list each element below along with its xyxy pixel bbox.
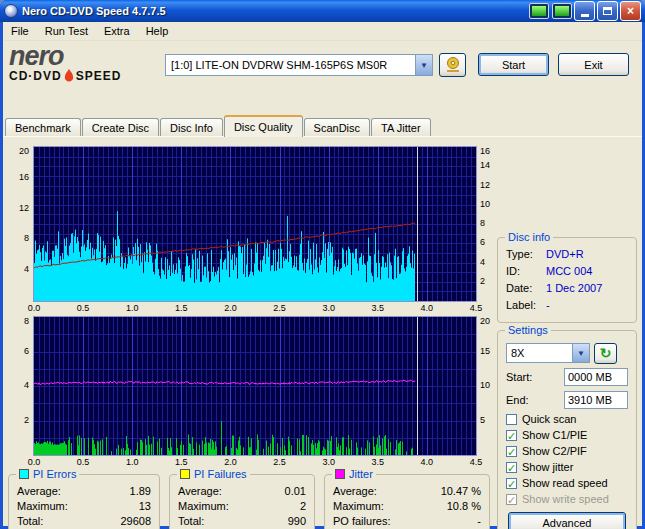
left-axis-labels: 48121620: [8, 146, 31, 318]
start-button[interactable]: Start: [478, 53, 549, 76]
tab-create-disc[interactable]: Create Disc: [82, 118, 159, 137]
maximize-icon: [603, 7, 612, 15]
close-icon: ×: [627, 5, 634, 17]
axis-label: 4.0: [415, 457, 439, 467]
minimize-icon: [581, 14, 589, 17]
axis-label: 8: [480, 218, 494, 228]
disc-date-label: Date:: [506, 282, 546, 299]
stat-label: Maximum:: [333, 500, 384, 515]
nero-brand-text: nero: [9, 43, 159, 69]
checkbox-show-c2-pif[interactable]: Show C2/PIF: [506, 443, 628, 459]
refresh-button[interactable]: ↻: [594, 343, 617, 364]
titlebar-screen-icon-2[interactable]: [552, 3, 572, 19]
menu-help[interactable]: Help: [138, 23, 177, 39]
axis-label: 4.5: [464, 457, 488, 467]
checkbox-show-c1-pie[interactable]: Show C1/PIE: [506, 427, 628, 443]
stat-label: PO failures:: [333, 515, 390, 529]
logo-cddvd-text: CD·DVD: [9, 69, 62, 83]
stat-label: Average:: [17, 485, 61, 500]
close-button[interactable]: ×: [620, 1, 641, 21]
drive-select-value: [1:0] LITE-ON DVDRW SHM-165P6S MS0R: [166, 59, 415, 71]
stat-value: 29608: [120, 515, 151, 529]
titlebar-screen-icon-1[interactable]: [529, 3, 549, 19]
start-field-label: Start:: [506, 371, 564, 383]
left-axis-labels: 2468: [8, 316, 31, 472]
axis-label: 2.0: [218, 457, 242, 467]
settings-title: Settings: [505, 324, 551, 336]
checkbox-box: [506, 414, 517, 425]
exit-button[interactable]: Exit: [558, 53, 629, 76]
tab-benchmark[interactable]: Benchmark: [5, 118, 81, 137]
maximize-button[interactable]: [597, 1, 618, 21]
nero-logo: nero CD·DVD SPEED: [9, 43, 159, 89]
menu-extra[interactable]: Extra: [96, 23, 138, 39]
axis-label: 6: [9, 346, 29, 356]
axis-label: 2.5: [268, 303, 292, 313]
axis-label: 14: [480, 160, 494, 170]
axis-label: 2.5: [268, 457, 292, 467]
advanced-button[interactable]: Advanced: [508, 512, 626, 529]
axis-label: 3.5: [366, 457, 390, 467]
tab-disc-info[interactable]: Disc Info: [160, 118, 223, 137]
window-title: Nero CD-DVD Speed 4.7.7.5: [22, 5, 526, 17]
disc-id-value: MCC 004: [546, 265, 592, 282]
screen-glyph: [532, 6, 546, 16]
axis-label: 3.0: [317, 303, 341, 313]
axis-label: 12: [9, 203, 29, 213]
pi-errors-chart: 48121620 246810121416 0.00.51.01.52.02.5…: [8, 146, 492, 318]
disc-id-label: ID:: [506, 265, 546, 282]
disc-type-value: DVD+R: [546, 248, 584, 265]
pi-errors-legend-swatch: [19, 469, 29, 479]
titlebar[interactable]: Nero CD-DVD Speed 4.7.7.5 ×: [0, 0, 645, 22]
stat-value: 10.47 %: [441, 485, 481, 500]
disc-info-title: Disc info: [505, 231, 553, 243]
disc-info-group: Disc info Type:DVD+R ID:MCC 004 Date:1 D…: [497, 237, 637, 323]
axis-label: 5: [480, 415, 494, 425]
stat-label: Average:: [178, 485, 222, 500]
x-axis-labels: 0.00.51.01.52.02.53.03.54.04.5: [34, 303, 476, 315]
axis-label: 1.0: [120, 457, 144, 467]
menu-file[interactable]: File: [3, 23, 37, 39]
screen-glyph: [555, 6, 569, 16]
axis-label: 1.5: [169, 457, 193, 467]
minimize-button[interactable]: [574, 1, 595, 21]
checkbox-box: [506, 430, 517, 441]
end-field-label: End:: [506, 394, 564, 406]
end-field[interactable]: [564, 391, 628, 409]
eject-disc-button[interactable]: [439, 53, 466, 77]
checkbox-show-write-speed: Show write speed: [506, 491, 628, 507]
stat-value: -: [477, 515, 481, 529]
chevron-down-icon[interactable]: ▼: [415, 55, 432, 75]
axis-label: 3.5: [366, 303, 390, 313]
pi-failures-legend-swatch: [180, 469, 190, 479]
pi-errors-stats-title: PI Errors: [33, 468, 76, 480]
tab-disc-quality[interactable]: Disc Quality: [224, 115, 303, 137]
pi-failures-jitter-chart: 2468 5101520 0.00.51.01.52.02.53.03.54.0…: [8, 316, 492, 472]
checkbox-show-jitter[interactable]: Show jitter: [506, 459, 628, 475]
speed-select[interactable]: 8X ▼: [506, 343, 590, 363]
checkbox-show-read-speed[interactable]: Show read speed: [506, 475, 628, 491]
menu-bar: File Run Test Extra Help: [3, 22, 642, 41]
tab-scandisc[interactable]: ScanDisc: [304, 118, 370, 137]
checkbox-quick-scan[interactable]: Quick scan: [506, 411, 628, 427]
checkbox-box: [506, 494, 517, 505]
sidebar: Disc info Type:DVD+R ID:MCC 004 Date:1 D…: [497, 237, 637, 529]
axis-label: 0.5: [71, 303, 95, 313]
menu-run-test[interactable]: Run Test: [37, 23, 96, 39]
tab-bar: Benchmark Create Disc Disc Info Disc Qua…: [5, 115, 432, 137]
chevron-down-icon[interactable]: ▼: [572, 344, 589, 362]
jitter-stats-group: Jitter Average:10.47 % Maximum:10.8 % PO…: [324, 474, 490, 529]
flame-icon: [64, 69, 74, 83]
axis-label: 0.0: [22, 457, 46, 467]
pi-errors-chart-canvas: [33, 146, 477, 302]
axis-label: 3.0: [317, 457, 341, 467]
start-field[interactable]: [564, 368, 628, 386]
stat-value: 13: [139, 500, 151, 515]
drive-select[interactable]: [1:0] LITE-ON DVDRW SHM-165P6S MS0R ▼: [165, 54, 433, 76]
tab-ta-jitter[interactable]: TA Jitter: [371, 118, 431, 137]
jitter-legend-swatch: [335, 469, 345, 479]
settings-group: Settings 8X ▼ ↻ Start: End: Quick scan S…: [497, 330, 637, 529]
axis-label: 8: [9, 316, 29, 326]
disc-label-label: Label:: [506, 299, 546, 316]
checkbox-box: [506, 478, 517, 489]
